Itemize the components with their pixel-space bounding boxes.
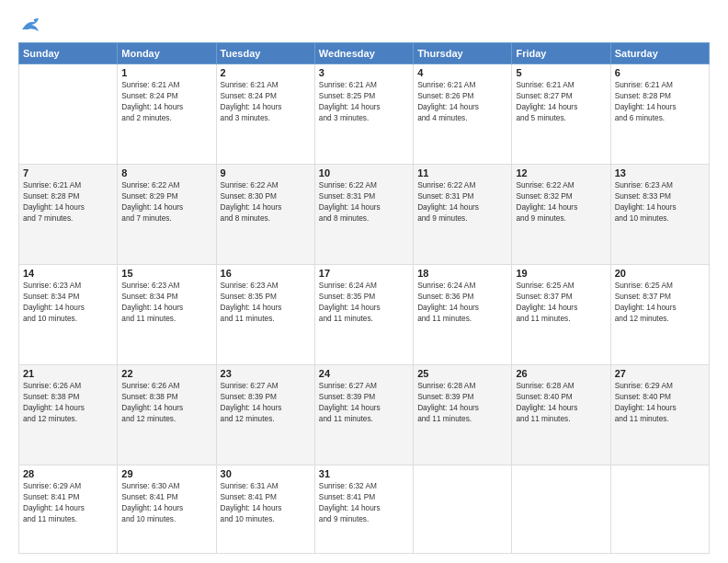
day-info: Sunrise: 6:32 AMSunset: 8:41 PMDaylight:… [319, 480, 409, 524]
day-info: Sunrise: 6:21 AMSunset: 8:27 PMDaylight:… [516, 79, 606, 123]
calendar-cell: 17Sunrise: 6:24 AMSunset: 8:35 PMDayligh… [314, 265, 413, 365]
day-info: Sunrise: 6:22 AMSunset: 8:29 PMDaylight:… [121, 179, 211, 224]
calendar-cell: 9Sunrise: 6:22 AMSunset: 8:30 PMDaylight… [216, 165, 314, 265]
calendar-cell: 11Sunrise: 6:22 AMSunset: 8:31 PMDayligh… [414, 165, 512, 265]
day-number: 14 [23, 268, 113, 279]
day-number: 12 [516, 167, 606, 178]
calendar-header-monday: Monday [118, 43, 216, 64]
calendar-cell: 19Sunrise: 6:25 AMSunset: 8:37 PMDayligh… [512, 265, 610, 365]
day-number: 17 [319, 268, 409, 279]
day-number: 9 [221, 167, 311, 178]
calendar-cell: 21Sunrise: 6:26 AMSunset: 8:38 PMDayligh… [19, 365, 118, 465]
day-info: Sunrise: 6:29 AMSunset: 8:40 PMDaylight:… [615, 380, 705, 424]
calendar-header-thursday: Thursday [414, 43, 512, 64]
day-number: 5 [516, 67, 606, 78]
calendar-week-row: 21Sunrise: 6:26 AMSunset: 8:38 PMDayligh… [19, 365, 710, 465]
calendar-cell: 24Sunrise: 6:27 AMSunset: 8:39 PMDayligh… [314, 365, 413, 465]
day-info: Sunrise: 6:23 AMSunset: 8:34 PMDaylight:… [23, 280, 113, 324]
calendar-cell: 2Sunrise: 6:21 AMSunset: 8:24 PMDaylight… [216, 64, 314, 165]
day-number: 24 [319, 368, 409, 379]
day-info: Sunrise: 6:23 AMSunset: 8:33 PMDaylight:… [615, 179, 705, 224]
calendar-cell: 7Sunrise: 6:21 AMSunset: 8:28 PMDaylight… [19, 165, 118, 265]
calendar-cell: 3Sunrise: 6:21 AMSunset: 8:25 PMDaylight… [314, 64, 413, 165]
day-number: 22 [121, 368, 211, 379]
day-info: Sunrise: 6:26 AMSunset: 8:38 PMDaylight:… [23, 380, 113, 424]
day-number: 27 [615, 368, 705, 379]
calendar-cell: 12Sunrise: 6:22 AMSunset: 8:32 PMDayligh… [512, 165, 610, 265]
day-info: Sunrise: 6:30 AMSunset: 8:41 PMDaylight:… [121, 480, 211, 524]
day-number: 10 [319, 167, 409, 178]
day-info: Sunrise: 6:21 AMSunset: 8:28 PMDaylight:… [23, 179, 113, 224]
calendar-cell: 31Sunrise: 6:32 AMSunset: 8:41 PMDayligh… [314, 465, 413, 554]
day-info: Sunrise: 6:29 AMSunset: 8:41 PMDaylight:… [23, 480, 113, 524]
calendar-table: SundayMondayTuesdayWednesdayThursdayFrid… [18, 42, 710, 554]
calendar-cell: 6Sunrise: 6:21 AMSunset: 8:28 PMDaylight… [610, 64, 709, 165]
day-info: Sunrise: 6:23 AMSunset: 8:34 PMDaylight:… [121, 280, 211, 324]
day-number: 30 [221, 468, 311, 479]
day-info: Sunrise: 6:27 AMSunset: 8:39 PMDaylight:… [319, 380, 409, 424]
calendar-cell: 4Sunrise: 6:21 AMSunset: 8:26 PMDaylight… [414, 64, 512, 165]
day-info: Sunrise: 6:21 AMSunset: 8:28 PMDaylight:… [615, 79, 705, 123]
calendar-header-sunday: Sunday [19, 43, 118, 64]
day-info: Sunrise: 6:28 AMSunset: 8:39 PMDaylight:… [417, 380, 507, 424]
day-number: 23 [221, 368, 311, 379]
day-number: 6 [615, 67, 705, 78]
day-number: 26 [516, 368, 606, 379]
day-info: Sunrise: 6:21 AMSunset: 8:24 PMDaylight:… [121, 79, 211, 123]
calendar-cell: 22Sunrise: 6:26 AMSunset: 8:38 PMDayligh… [118, 365, 216, 465]
day-number: 29 [121, 468, 211, 479]
calendar-cell: 13Sunrise: 6:23 AMSunset: 8:33 PMDayligh… [610, 165, 709, 265]
day-number: 11 [417, 167, 507, 178]
logo [18, 17, 40, 33]
day-info: Sunrise: 6:22 AMSunset: 8:30 PMDaylight:… [221, 179, 311, 224]
day-info: Sunrise: 6:25 AMSunset: 8:37 PMDaylight:… [615, 280, 705, 324]
calendar-cell: 26Sunrise: 6:28 AMSunset: 8:40 PMDayligh… [512, 365, 610, 465]
calendar-cell [610, 465, 709, 554]
calendar-header-wednesday: Wednesday [314, 43, 413, 64]
day-number: 8 [121, 167, 211, 178]
logo-bird-icon [20, 17, 40, 33]
calendar-header-friday: Friday [512, 43, 610, 64]
calendar-cell: 28Sunrise: 6:29 AMSunset: 8:41 PMDayligh… [19, 465, 118, 554]
day-number: 1 [121, 67, 211, 78]
calendar-cell: 29Sunrise: 6:30 AMSunset: 8:41 PMDayligh… [118, 465, 216, 554]
calendar-header-tuesday: Tuesday [216, 43, 314, 64]
day-info: Sunrise: 6:24 AMSunset: 8:35 PMDaylight:… [319, 280, 409, 324]
day-number: 15 [121, 268, 211, 279]
day-number: 21 [23, 368, 113, 379]
day-number: 3 [319, 67, 409, 78]
day-info: Sunrise: 6:26 AMSunset: 8:38 PMDaylight:… [121, 380, 211, 424]
calendar-cell [414, 465, 512, 554]
day-info: Sunrise: 6:22 AMSunset: 8:31 PMDaylight:… [417, 179, 507, 224]
day-info: Sunrise: 6:28 AMSunset: 8:40 PMDaylight:… [516, 380, 606, 424]
day-info: Sunrise: 6:21 AMSunset: 8:24 PMDaylight:… [221, 79, 311, 123]
day-number: 18 [417, 268, 507, 279]
day-number: 13 [615, 167, 705, 178]
calendar-cell: 18Sunrise: 6:24 AMSunset: 8:36 PMDayligh… [414, 265, 512, 365]
day-info: Sunrise: 6:24 AMSunset: 8:36 PMDaylight:… [417, 280, 507, 324]
calendar-header-saturday: Saturday [610, 43, 709, 64]
day-number: 2 [221, 67, 311, 78]
calendar-cell: 16Sunrise: 6:23 AMSunset: 8:35 PMDayligh… [216, 265, 314, 365]
day-info: Sunrise: 6:22 AMSunset: 8:32 PMDaylight:… [516, 179, 606, 224]
calendar-cell: 25Sunrise: 6:28 AMSunset: 8:39 PMDayligh… [414, 365, 512, 465]
calendar-cell: 8Sunrise: 6:22 AMSunset: 8:29 PMDaylight… [118, 165, 216, 265]
calendar-week-row: 7Sunrise: 6:21 AMSunset: 8:28 PMDaylight… [19, 165, 710, 265]
calendar-cell: 14Sunrise: 6:23 AMSunset: 8:34 PMDayligh… [19, 265, 118, 365]
calendar-cell: 1Sunrise: 6:21 AMSunset: 8:24 PMDaylight… [118, 64, 216, 165]
day-number: 4 [417, 67, 507, 78]
calendar-cell [512, 465, 610, 554]
day-number: 25 [417, 368, 507, 379]
day-info: Sunrise: 6:27 AMSunset: 8:39 PMDaylight:… [221, 380, 311, 424]
day-info: Sunrise: 6:21 AMSunset: 8:25 PMDaylight:… [319, 79, 409, 123]
calendar-header-row: SundayMondayTuesdayWednesdayThursdayFrid… [19, 43, 710, 64]
day-number: 28 [23, 468, 113, 479]
calendar-week-row: 14Sunrise: 6:23 AMSunset: 8:34 PMDayligh… [19, 265, 710, 365]
day-info: Sunrise: 6:22 AMSunset: 8:31 PMDaylight:… [319, 179, 409, 224]
calendar-cell: 20Sunrise: 6:25 AMSunset: 8:37 PMDayligh… [610, 265, 709, 365]
day-number: 31 [319, 468, 409, 479]
calendar-cell: 23Sunrise: 6:27 AMSunset: 8:39 PMDayligh… [216, 365, 314, 465]
header [18, 17, 710, 33]
day-info: Sunrise: 6:23 AMSunset: 8:35 PMDaylight:… [221, 280, 311, 324]
page: SundayMondayTuesdayWednesdayThursdayFrid… [0, 0, 728, 563]
